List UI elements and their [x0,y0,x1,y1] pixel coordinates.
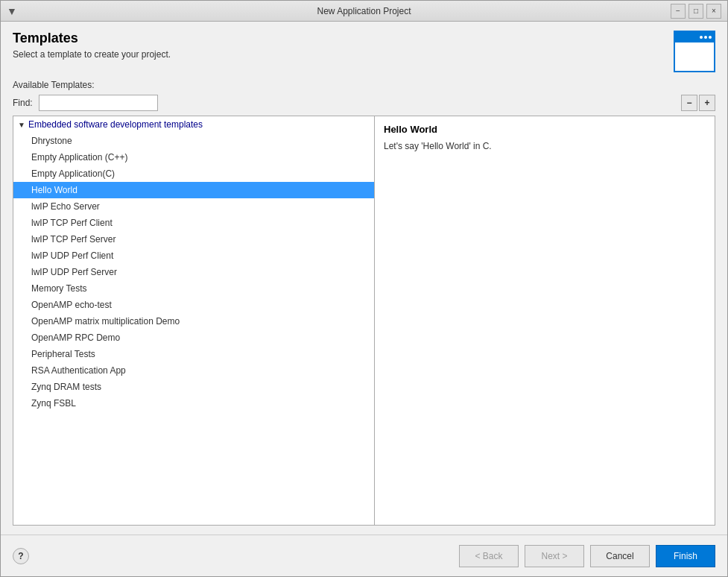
preview-description: Let's say 'Hello World' in C. [384,141,706,151]
tree-item-label: Dhrystone [31,136,72,146]
find-input[interactable] [39,95,158,111]
tree-root[interactable]: ▼ Embedded software development template… [13,116,374,133]
back-button[interactable]: < Back [459,545,519,567]
tree-item-label: lwIP TCP Perf Client [31,218,113,228]
find-label: Find: [13,98,33,108]
tree-item[interactable]: OpenAMP echo-test [13,297,374,313]
tree-item[interactable]: lwIP TCP Perf Server [13,231,374,247]
page-header: Templates Select a template to create yo… [13,31,715,72]
help-button[interactable]: ? [13,548,29,564]
dot-3 [709,36,712,39]
cancel-button[interactable]: Cancel [590,545,650,567]
next-button[interactable]: Next > [525,545,584,567]
dot-2 [704,36,707,39]
close-button[interactable]: × [706,4,721,19]
window-title: New Application Project [317,6,411,16]
tree-item[interactable]: Zynq FSBL [13,395,374,412]
tree-item-label: OpenAMP RPC Demo [31,332,120,343]
tree-item[interactable]: Empty Application (C++) [13,149,374,165]
preview-title: Hello World [384,124,706,135]
tree-item[interactable]: Dhrystone [13,133,374,149]
window-icon: ▼ [7,5,17,17]
tree-item-label: Empty Application (C++) [31,152,127,163]
finish-button[interactable]: Finish [656,545,715,567]
tree-item-label: lwIP TCP Perf Server [31,234,115,245]
tree-item-label: Memory Tests [31,283,86,294]
title-bar-left: ▼ [7,5,20,17]
main-panels: ▼ Embedded software development template… [13,116,715,526]
content-area: Templates Select a template to create yo… [1,22,727,535]
available-templates-label: Available Templates: [13,80,715,90]
page-title-section: Templates Select a template to create yo… [13,31,171,60]
tree-item-label: OpenAMP echo-test [31,300,112,310]
bottom-bar: ? < Back Next > Cancel Finish [1,535,727,576]
tree-item-label: RSA Authentication App [31,365,126,376]
collapse-buttons: − + [681,95,715,111]
tree-item-label: Empty Application(C) [31,168,115,179]
dot-1 [700,36,703,39]
page-subtitle: Select a template to create your project… [13,49,171,60]
tree-item[interactable]: OpenAMP matrix multiplication Demo [13,313,374,330]
tree-item[interactable]: lwIP Echo Server [13,198,374,215]
tree-item-label: OpenAMP matrix multiplication Demo [31,316,180,327]
tree-item[interactable]: Hello World [13,182,374,198]
tree-item-label: lwIP UDP Perf Client [31,250,113,261]
tree-children: DhrystoneEmpty Application (C++)Empty Ap… [13,133,374,412]
tree-item[interactable]: lwIP UDP Perf Server [13,264,374,280]
left-panel: ▼ Embedded software development template… [13,116,375,525]
right-panel: Hello World Let's say 'Hello World' in C… [375,116,715,525]
minimize-button[interactable]: − [671,4,686,19]
maximize-button[interactable]: □ [689,4,703,19]
tree-item[interactable]: Zynq DRAM tests [13,379,374,395]
tree-item-label: lwIP Echo Server [31,201,100,212]
tree-item-label: Zynq DRAM tests [31,382,101,392]
main-window: ▼ New Application Project − □ × Template… [0,0,728,577]
expand-button[interactable]: + [699,95,715,111]
page-title: Templates [13,31,171,46]
tree-item[interactable]: lwIP UDP Perf Client [13,247,374,264]
template-icon-dots [675,32,714,42]
title-bar: ▼ New Application Project − □ × [1,1,727,22]
template-icon [674,31,715,72]
tree-item[interactable]: Peripheral Tests [13,346,374,362]
tree-item-label: Peripheral Tests [31,349,95,359]
tree-item[interactable]: OpenAMP RPC Demo [13,330,374,346]
tree-arrow: ▼ [18,121,25,129]
find-bar: Find: − + [13,95,715,111]
tree-item[interactable]: lwIP TCP Perf Client [13,215,374,231]
tree-item-label: lwIP UDP Perf Server [31,267,117,277]
tree-item[interactable]: Empty Application(C) [13,165,374,182]
tree-item-label: Zynq FSBL [31,398,76,409]
tree-item-label: Hello World [31,185,77,195]
collapse-button[interactable]: − [681,95,697,111]
tree-item[interactable]: RSA Authentication App [13,362,374,379]
tree-root-label: Embedded software development templates [28,119,203,130]
title-bar-controls: − □ × [671,4,721,19]
tree-item[interactable]: Memory Tests [13,280,374,297]
